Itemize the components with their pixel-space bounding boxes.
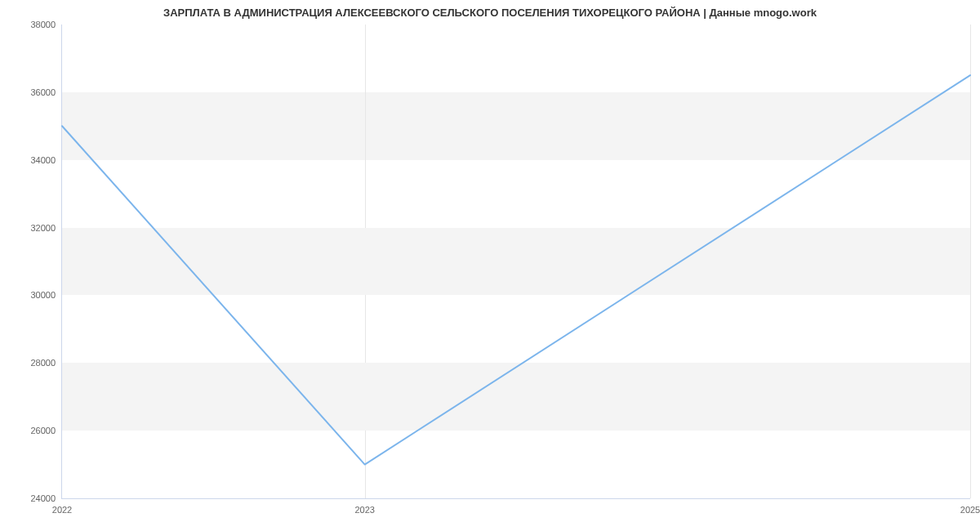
chart-title: ЗАРПЛАТА В АДМИНИСТРАЦИЯ АЛЕКСЕЕВСКОГО С… bbox=[0, 7, 980, 19]
y-axis-tick: 38000 bbox=[30, 20, 62, 29]
line-chart-svg bbox=[62, 25, 970, 498]
chart-container: ЗАРПЛАТА В АДМИНИСТРАЦИЯ АЛЕКСЕЕВСКОГО С… bbox=[0, 0, 980, 531]
y-axis-tick: 30000 bbox=[30, 290, 62, 300]
x-axis-tick: 2023 bbox=[354, 505, 374, 515]
plot-area: 2400026000280003000032000340003600038000… bbox=[61, 25, 970, 499]
y-axis-tick: 28000 bbox=[30, 358, 62, 368]
x-axis-tick: 2022 bbox=[52, 505, 72, 515]
y-axis-tick: 36000 bbox=[30, 87, 62, 97]
grid-line-vertical bbox=[970, 25, 971, 498]
y-axis-tick: 26000 bbox=[30, 426, 62, 435]
data-line bbox=[62, 75, 970, 464]
x-axis-tick: 2025 bbox=[960, 505, 980, 515]
y-axis-tick: 34000 bbox=[30, 155, 62, 165]
y-axis-tick: 32000 bbox=[30, 223, 62, 233]
y-axis-tick: 24000 bbox=[30, 493, 62, 503]
